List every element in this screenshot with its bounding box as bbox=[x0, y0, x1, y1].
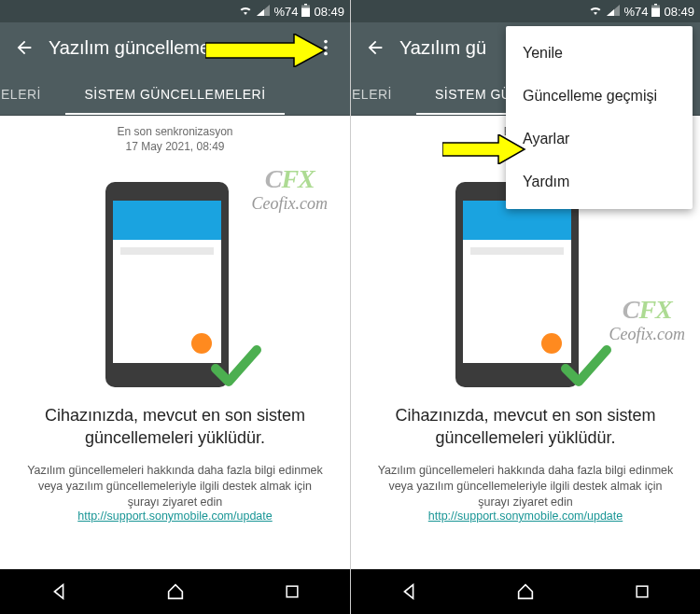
clock-text: 08:49 bbox=[314, 5, 344, 19]
phone-illustration bbox=[455, 182, 595, 387]
tab-system-updates[interactable]: SİSTEM GÜNCELLEMELERİ bbox=[47, 73, 303, 115]
annotation-arrow-more bbox=[205, 34, 327, 67]
nav-back-button[interactable] bbox=[31, 569, 87, 614]
annotation-arrow-settings bbox=[442, 134, 526, 164]
nav-home-button[interactable] bbox=[497, 569, 553, 614]
check-icon bbox=[558, 339, 614, 395]
svg-rect-2 bbox=[304, 4, 307, 6]
menu-item-history[interactable]: Güncelleme geçmişi bbox=[506, 75, 693, 118]
status-bar: %74 08:49 bbox=[351, 0, 700, 22]
navigation-bar bbox=[0, 569, 350, 614]
battery-text: %74 bbox=[273, 5, 298, 19]
svg-rect-1 bbox=[301, 7, 310, 17]
update-status-text: Cihazınızda, mevcut en son sistem güncel… bbox=[370, 404, 681, 450]
battery-icon bbox=[651, 4, 660, 20]
svg-rect-9 bbox=[654, 4, 657, 6]
support-link[interactable]: http://support.sonymobile.com/update bbox=[77, 509, 272, 523]
back-button[interactable] bbox=[7, 37, 41, 58]
tab-partial-left[interactable]: ELERİ bbox=[351, 87, 398, 102]
update-info-text: Yazılım güncellemeleri hakkında daha faz… bbox=[19, 463, 331, 510]
nav-back-button[interactable] bbox=[381, 569, 437, 614]
watermark: CFX Ceofix.com bbox=[252, 164, 328, 214]
battery-icon bbox=[301, 4, 310, 20]
signal-icon bbox=[607, 5, 620, 19]
last-sync: En son senkronizasyon 17 May 2021, 08:49 bbox=[117, 125, 232, 154]
update-status-text: Cihazınızda, mevcut en son sistem güncel… bbox=[19, 404, 331, 450]
overflow-menu: Yenile Güncelleme geçmişi Ayarlar Yardım bbox=[506, 26, 693, 209]
tab-bar: ELERİ SİSTEM GÜNCELLEMELERİ bbox=[0, 73, 350, 116]
battery-text: %74 bbox=[623, 5, 648, 19]
menu-item-help[interactable]: Yardım bbox=[506, 160, 693, 203]
wifi-icon bbox=[588, 5, 603, 19]
navigation-bar bbox=[351, 569, 700, 614]
support-link[interactable]: http://support.sonymobile.com/update bbox=[428, 509, 623, 523]
phone-right: %74 08:49 Yazılım gü ELERİ SİSTEM GÜNCEL… bbox=[350, 0, 700, 614]
signal-icon bbox=[257, 5, 270, 19]
wifi-icon bbox=[238, 5, 253, 19]
status-bar: %74 08:49 bbox=[0, 0, 350, 22]
update-info-text: Yazılım güncellemeleri hakkında daha faz… bbox=[370, 463, 681, 510]
nav-recents-button[interactable] bbox=[614, 569, 670, 614]
watermark: CFX Ceofix.com bbox=[609, 295, 685, 344]
menu-item-refresh[interactable]: Yenile bbox=[506, 32, 693, 75]
phone-left: %74 08:49 Yazılım güncelleme ELERİ SİSTE… bbox=[0, 0, 350, 614]
nav-recents-button[interactable] bbox=[264, 569, 320, 614]
back-button[interactable] bbox=[358, 37, 392, 58]
clock-text: 08:49 bbox=[664, 5, 694, 19]
nav-home-button[interactable] bbox=[147, 569, 203, 614]
tab-partial-left[interactable]: ELERİ bbox=[0, 87, 47, 102]
check-icon bbox=[208, 339, 264, 395]
svg-rect-6 bbox=[287, 586, 298, 597]
svg-rect-10 bbox=[637, 586, 648, 597]
svg-rect-8 bbox=[651, 7, 660, 17]
phone-illustration bbox=[105, 182, 245, 387]
menu-item-settings[interactable]: Ayarlar bbox=[506, 118, 693, 160]
